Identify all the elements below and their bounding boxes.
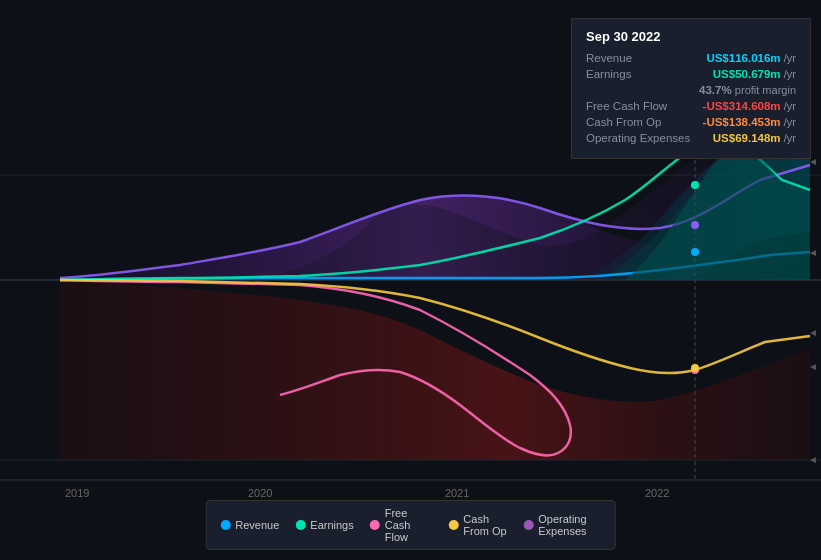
svg-text:2021: 2021 <box>445 487 469 499</box>
legend-item-fcf[interactable]: Free Cash Flow <box>370 507 433 543</box>
tooltip-label-opex: Operating Expenses <box>586 132 690 144</box>
legend-dot-fcf <box>370 520 380 530</box>
tooltip-value-revenue: US$116.016m /yr <box>706 52 796 64</box>
legend-label-revenue: Revenue <box>235 519 279 531</box>
tooltip-label-revenue: Revenue <box>586 52 632 64</box>
svg-point-7 <box>691 181 699 189</box>
tooltip-value-cfo: -US$138.453m /yr <box>703 116 796 128</box>
tooltip-box: Sep 30 2022 Revenue US$116.016m /yr Earn… <box>571 18 811 159</box>
legend-item-earnings[interactable]: Earnings <box>295 519 353 531</box>
legend-item-cfo[interactable]: Cash From Op <box>448 513 507 537</box>
svg-text:◄: ◄ <box>808 361 818 372</box>
svg-text:◄: ◄ <box>808 247 818 258</box>
tooltip-label-earnings: Earnings <box>586 68 631 80</box>
legend-dot-opex <box>523 520 533 530</box>
legend-label-opex: Operating Expenses <box>538 513 601 537</box>
legend-item-revenue[interactable]: Revenue <box>220 519 279 531</box>
tooltip-row-revenue: Revenue US$116.016m /yr <box>586 52 796 64</box>
svg-point-10 <box>691 221 699 229</box>
svg-point-6 <box>691 248 699 256</box>
legend-dot-revenue <box>220 520 230 530</box>
tooltip-date: Sep 30 2022 <box>586 29 796 44</box>
legend-label-fcf: Free Cash Flow <box>385 507 433 543</box>
svg-text:2019: 2019 <box>65 487 89 499</box>
svg-text:◄: ◄ <box>808 454 818 465</box>
legend-label-cfo: Cash From Op <box>463 513 507 537</box>
chart-container: Sep 30 2022 Revenue US$116.016m /yr Earn… <box>0 0 821 560</box>
legend-label-earnings: Earnings <box>310 519 353 531</box>
tooltip-row-earnings: Earnings US$50.679m /yr <box>586 68 796 80</box>
tooltip-label-fcf: Free Cash Flow <box>586 100 667 112</box>
legend-dot-earnings <box>295 520 305 530</box>
tooltip-label-cfo: Cash From Op <box>586 116 661 128</box>
tooltip-value-fcf: -US$314.608m /yr <box>703 100 796 112</box>
svg-text:2022: 2022 <box>645 487 669 499</box>
legend-item-opex[interactable]: Operating Expenses <box>523 513 601 537</box>
legend: Revenue Earnings Free Cash Flow Cash Fro… <box>205 500 616 550</box>
tooltip-value-earnings: US$50.679m /yr <box>713 68 796 80</box>
tooltip-row-margin: 43.7% profit margin <box>586 84 796 96</box>
svg-point-9 <box>691 364 699 372</box>
tooltip-row-fcf: Free Cash Flow -US$314.608m /yr <box>586 100 796 112</box>
tooltip-row-opex: Operating Expenses US$69.148m /yr <box>586 132 796 144</box>
tooltip-row-cfo: Cash From Op -US$138.453m /yr <box>586 116 796 128</box>
svg-text:2020: 2020 <box>248 487 272 499</box>
legend-dot-cfo <box>448 520 458 530</box>
tooltip-value-margin: 43.7% profit margin <box>699 84 796 96</box>
tooltip-value-opex: US$69.148m /yr <box>713 132 796 144</box>
svg-text:◄: ◄ <box>808 327 818 338</box>
